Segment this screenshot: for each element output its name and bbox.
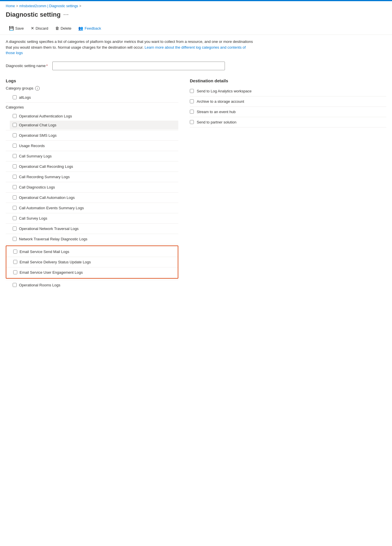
checkbox-call-recording-summary[interactable]: Call Recording Summary Logs bbox=[10, 172, 178, 181]
checkbox-op-call-recording-input[interactable] bbox=[13, 164, 17, 168]
save-icon: 💾 bbox=[9, 26, 14, 31]
checkbox-partner-solution-label[interactable]: Send to partner solution bbox=[197, 120, 236, 124]
page-title-container: Diagnostic setting ··· bbox=[0, 10, 392, 22]
checkbox-op-call-automation-label[interactable]: Operational Call Automation Logs bbox=[19, 195, 75, 200]
divider-email-2 bbox=[6, 267, 178, 267]
more-options-button[interactable]: ··· bbox=[64, 12, 69, 17]
checkbox-allLogs[interactable]: allLogs bbox=[10, 93, 178, 102]
divider-email-1 bbox=[6, 257, 178, 257]
logs-section-title: Logs bbox=[6, 78, 178, 83]
checkbox-op-chat-input[interactable] bbox=[13, 123, 17, 127]
destination-partner-solution[interactable]: Send to partner solution bbox=[190, 117, 386, 128]
checkbox-op-auth-input[interactable] bbox=[13, 114, 17, 118]
checkbox-call-summary-label[interactable]: Call Summary Logs bbox=[19, 154, 51, 158]
checkbox-call-diagnostics[interactable]: Call Diagnostics Logs bbox=[10, 183, 178, 192]
name-field-label: Diagnostic setting name* bbox=[6, 64, 48, 68]
checkbox-network-traversal-relay-input[interactable] bbox=[13, 237, 17, 241]
checkbox-email-send-mail-label[interactable]: Email Service Send Mail Logs bbox=[20, 250, 69, 254]
checkbox-op-auth-label[interactable]: Operational Authentication Logs bbox=[19, 114, 72, 118]
checkbox-email-user-engagement-input[interactable] bbox=[13, 270, 17, 274]
diagnostic-name-input[interactable] bbox=[52, 62, 225, 70]
divider-11 bbox=[6, 223, 178, 224]
checkbox-usage-records-input[interactable] bbox=[13, 144, 17, 148]
checkbox-op-chat[interactable]: Operational Chat Logs bbox=[10, 121, 178, 130]
checkbox-log-analytics-input[interactable] bbox=[190, 89, 194, 93]
discard-label: Discard bbox=[36, 26, 48, 31]
checkbox-op-sms-input[interactable] bbox=[13, 133, 17, 137]
destination-section: Destination details Send to Log Analytic… bbox=[178, 77, 386, 290]
checkbox-op-sms-label[interactable]: Operational SMS Logs bbox=[19, 133, 57, 138]
checkbox-op-sms[interactable]: Operational SMS Logs bbox=[10, 131, 178, 140]
checkbox-op-rooms[interactable]: Operational Rooms Logs bbox=[10, 281, 178, 290]
checkbox-call-automation-events-input[interactable] bbox=[13, 206, 17, 210]
checkbox-call-automation-events[interactable]: Call Automation Events Summary Logs bbox=[10, 203, 178, 212]
save-button[interactable]: 💾 Save bbox=[6, 24, 27, 32]
checkbox-call-summary-input[interactable] bbox=[13, 154, 17, 158]
checkbox-email-send-mail-input[interactable] bbox=[13, 250, 17, 254]
breadcrumb-sep1: > bbox=[16, 4, 18, 8]
checkbox-usage-records-label[interactable]: Usage Records bbox=[19, 144, 45, 148]
checkbox-op-rooms-input[interactable] bbox=[13, 283, 17, 287]
discard-button[interactable]: ✕ Discard bbox=[28, 24, 51, 32]
checkbox-network-traversal-relay-label[interactable]: Network Traversal Relay Diagnostic Logs bbox=[19, 237, 87, 241]
breadcrumb-resource[interactable]: mhsbxtest2comm | Diagnostic settings bbox=[19, 4, 78, 8]
checkbox-email-send-mail[interactable]: Email Service Send Mail Logs bbox=[10, 247, 178, 256]
checkbox-allLogs-label[interactable]: allLogs bbox=[19, 95, 31, 100]
divider-12 bbox=[6, 234, 178, 234]
destination-event-hub[interactable]: Stream to an event hub bbox=[190, 107, 386, 117]
checkbox-call-survey[interactable]: Call Survey Logs bbox=[10, 214, 178, 223]
destination-storage-account[interactable]: Archive to a storage account bbox=[190, 96, 386, 107]
divider-7 bbox=[6, 182, 178, 182]
discard-icon: ✕ bbox=[31, 26, 34, 31]
delete-label: Delete bbox=[61, 26, 72, 31]
destination-log-analytics[interactable]: Send to Log Analytics workspace bbox=[190, 86, 386, 96]
feedback-button[interactable]: 👥 Feedback bbox=[75, 24, 104, 32]
checkbox-op-rooms-label[interactable]: Operational Rooms Logs bbox=[19, 283, 60, 287]
checkbox-usage-records[interactable]: Usage Records bbox=[10, 141, 178, 150]
checkbox-op-chat-label[interactable]: Operational Chat Logs bbox=[19, 123, 56, 127]
checkbox-call-summary[interactable]: Call Summary Logs bbox=[10, 152, 178, 161]
checkbox-call-diagnostics-label[interactable]: Call Diagnostics Logs bbox=[19, 185, 55, 189]
form-section: Diagnostic setting name* bbox=[0, 59, 392, 77]
checkbox-email-user-engagement[interactable]: Email Service User Engagement Logs bbox=[10, 268, 178, 277]
divider-8 bbox=[6, 192, 178, 193]
main-content: Logs Category groups i allLogs Categorie… bbox=[0, 77, 392, 290]
checkbox-log-analytics-label[interactable]: Send to Log Analytics workspace bbox=[197, 89, 252, 93]
destination-section-title: Destination details bbox=[190, 78, 386, 83]
checkbox-email-delivery-status[interactable]: Email Service Delivery Status Update Log… bbox=[10, 258, 178, 267]
checkbox-call-diagnostics-input[interactable] bbox=[13, 185, 17, 189]
divider-3 bbox=[6, 140, 178, 141]
checkbox-op-auth[interactable]: Operational Authentication Logs bbox=[10, 112, 178, 121]
checkbox-op-network-traversal-label[interactable]: Operational Network Traversal Logs bbox=[19, 227, 79, 231]
checkbox-email-user-engagement-label[interactable]: Email Service User Engagement Logs bbox=[20, 270, 83, 275]
checkbox-allLogs-input[interactable] bbox=[13, 95, 17, 99]
divider-9 bbox=[6, 203, 178, 203]
delete-button[interactable]: 🗑 Delete bbox=[52, 24, 75, 32]
checkbox-partner-solution-input[interactable] bbox=[190, 120, 194, 124]
checkbox-email-delivery-status-label[interactable]: Email Service Delivery Status Update Log… bbox=[20, 260, 91, 264]
checkbox-call-survey-input[interactable] bbox=[13, 216, 17, 220]
category-groups-info-icon[interactable]: i bbox=[35, 86, 40, 91]
categories-label: Categories bbox=[6, 105, 178, 109]
checkbox-op-call-recording[interactable]: Operational Call Recording Logs bbox=[10, 162, 178, 171]
checkbox-call-recording-summary-label[interactable]: Call Recording Summary Logs bbox=[19, 175, 70, 179]
breadcrumb: Home > mhsbxtest2comm | Diagnostic setti… bbox=[0, 1, 392, 10]
checkbox-op-call-automation-input[interactable] bbox=[13, 195, 17, 199]
checkbox-op-network-traversal-input[interactable] bbox=[13, 227, 17, 231]
checkbox-storage-account-input[interactable] bbox=[190, 99, 194, 103]
page-title: Diagnostic setting bbox=[6, 11, 61, 18]
checkbox-call-automation-events-label[interactable]: Call Automation Events Summary Logs bbox=[19, 206, 84, 210]
save-label: Save bbox=[15, 26, 24, 31]
checkbox-op-call-recording-label[interactable]: Operational Call Recording Logs bbox=[19, 164, 73, 169]
feedback-label: Feedback bbox=[85, 26, 101, 31]
checkbox-network-traversal-relay[interactable]: Network Traversal Relay Diagnostic Logs bbox=[10, 235, 178, 243]
breadcrumb-home[interactable]: Home bbox=[6, 4, 15, 8]
checkbox-op-network-traversal[interactable]: Operational Network Traversal Logs bbox=[10, 224, 178, 233]
checkbox-event-hub-label[interactable]: Stream to an event hub bbox=[197, 110, 236, 114]
checkbox-event-hub-input[interactable] bbox=[190, 110, 194, 114]
checkbox-op-call-automation[interactable]: Operational Call Automation Logs bbox=[10, 193, 178, 202]
checkbox-call-survey-label[interactable]: Call Survey Logs bbox=[19, 216, 47, 220]
checkbox-call-recording-summary-input[interactable] bbox=[13, 175, 17, 179]
checkbox-email-delivery-status-input[interactable] bbox=[13, 260, 17, 264]
checkbox-storage-account-label[interactable]: Archive to a storage account bbox=[197, 99, 244, 104]
